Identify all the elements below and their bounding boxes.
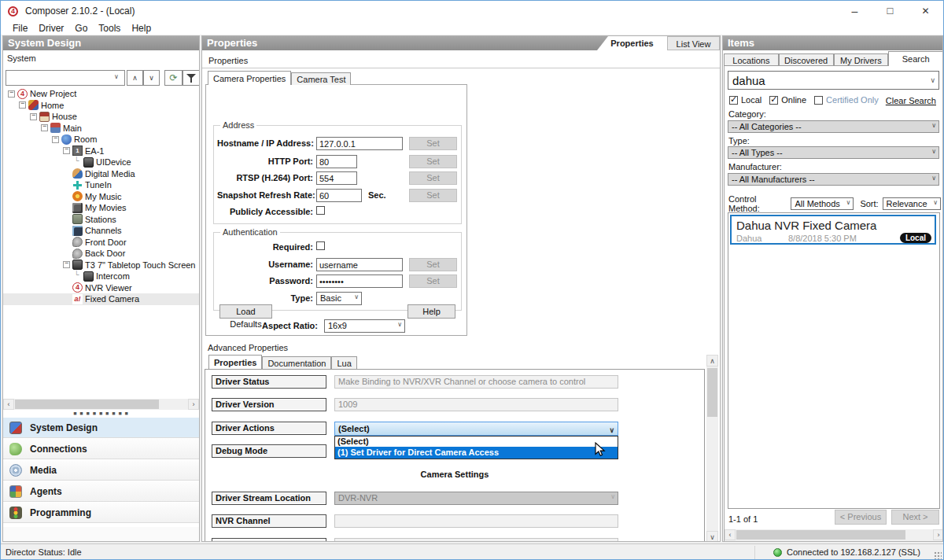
dropdown-option[interactable]: (1) Set Driver for Direct Camera Access — [335, 447, 618, 459]
auth-type-dropdown[interactable]: Basic — [316, 292, 362, 305]
tree-expander-icon[interactable] — [30, 113, 37, 120]
items-tab[interactable]: Search — [888, 51, 943, 66]
tree-item[interactable]: House — [3, 111, 199, 123]
view-tab[interactable]: Properties — [597, 36, 667, 50]
items-tab[interactable]: Locations — [724, 53, 779, 66]
tree-item[interactable]: Digital Media — [3, 168, 199, 180]
tree-expander-icon[interactable] — [74, 273, 81, 280]
items-tab[interactable]: Discovered — [779, 53, 834, 66]
scroll-up-icon[interactable]: ∧ — [706, 355, 718, 367]
tree-item[interactable]: Main — [3, 123, 199, 134]
scrollbar-thumb[interactable] — [736, 530, 905, 540]
tree-item[interactable]: Channels — [3, 225, 199, 237]
chevron-down-icon[interactable]: ∨ — [930, 76, 935, 84]
refresh-icon[interactable] — [164, 70, 183, 86]
advanced-tab[interactable]: Lua — [331, 356, 356, 369]
close-button[interactable] — [908, 1, 943, 21]
scroll-down-icon[interactable]: ∨ — [706, 531, 718, 542]
hostname-input[interactable] — [316, 137, 403, 150]
nav-button[interactable]: Connections — [3, 438, 199, 459]
next-button[interactable]: Next > — [891, 510, 939, 525]
scroll-right-icon[interactable]: › — [933, 529, 943, 540]
dropdown-option[interactable]: (Select) — [335, 437, 618, 447]
tree-expander-icon[interactable] — [19, 101, 26, 109]
camera-tab[interactable]: Camera Test — [291, 72, 351, 85]
nav-button[interactable]: Media — [3, 459, 199, 481]
set-rtsp-port-button[interactable]: Set — [409, 171, 457, 185]
minimize-button[interactable] — [837, 1, 872, 21]
set-username-button[interactable]: Set — [409, 258, 457, 271]
advanced-tab[interactable]: Properties — [208, 355, 262, 369]
manufacturer-dropdown[interactable]: -- All Manufacturers -- — [728, 173, 939, 186]
scrollbar-thumb[interactable] — [15, 400, 159, 409]
category-dropdown[interactable]: -- All Categories -- — [728, 120, 939, 133]
nav-button[interactable]: Programming — [3, 502, 199, 523]
scroll-right-icon[interactable]: › — [188, 399, 199, 410]
maximize-button[interactable] — [872, 1, 908, 21]
control-method-dropdown[interactable]: All Methods — [791, 197, 854, 210]
tree-expander-icon[interactable] — [8, 90, 15, 98]
tree-expander-icon[interactable] — [52, 136, 59, 143]
tree-item[interactable]: Intercom — [3, 271, 199, 282]
password-input[interactable] — [316, 274, 403, 288]
driver-actions-dropdown[interactable]: (Select) — [334, 422, 618, 436]
type-dropdown[interactable]: -- All Types -- — [728, 146, 939, 159]
advanced-tab[interactable]: Documentation — [262, 356, 331, 369]
set-hostname-button[interactable]: Set — [409, 137, 457, 150]
filter-checkbox[interactable]: Certified Only — [814, 95, 879, 105]
resize-grip[interactable] — [934, 551, 942, 559]
tree-item[interactable]: Stations — [3, 214, 199, 226]
tree-item[interactable]: Fixed Camera — [3, 293, 199, 305]
publicly-accessible-checkbox[interactable] — [316, 206, 325, 215]
system-filter-input[interactable] — [6, 70, 125, 86]
tree-expander-icon[interactable] — [41, 124, 48, 131]
tree-horizontal-scrollbar[interactable]: ‹ › — [3, 399, 199, 410]
tree-item[interactable]: Room — [3, 134, 199, 146]
filter-icon[interactable] — [183, 70, 200, 86]
tree-item[interactable]: My Music — [3, 191, 199, 203]
tree-item[interactable]: My Movies — [3, 202, 199, 214]
set-snapshot-rate-button[interactable]: Set — [409, 189, 457, 202]
clear-search-link[interactable]: Clear Search — [886, 96, 936, 105]
required-checkbox[interactable] — [316, 241, 325, 250]
sort-dropdown[interactable]: Relevance — [883, 197, 941, 210]
aspect-ratio-dropdown[interactable]: 16x9 — [324, 319, 405, 333]
tree-expander-icon[interactable] — [74, 159, 81, 166]
menu-item[interactable]: Go — [69, 23, 93, 34]
tree-item[interactable]: Front Door — [3, 237, 199, 249]
http-port-input[interactable] — [316, 155, 357, 168]
view-tab[interactable]: List View — [667, 36, 720, 50]
rtsp-port-input[interactable] — [316, 171, 357, 185]
menu-item[interactable]: Tools — [93, 23, 126, 34]
menu-item[interactable]: File — [7, 23, 33, 34]
previous-button[interactable]: < Previous — [835, 510, 887, 525]
checkbox-icon[interactable] — [814, 96, 823, 105]
filter-checkbox[interactable]: Local — [729, 95, 761, 105]
nav-button[interactable]: System Design — [3, 417, 199, 438]
checkbox-icon[interactable] — [729, 96, 738, 105]
tree-item[interactable]: New Project — [3, 88, 199, 100]
username-input[interactable] — [316, 258, 403, 271]
search-result-card[interactable]: Dahua NVR Fixed Camera Dahua 8/8/2018 5:… — [730, 215, 936, 245]
chevron-down-icon[interactable]: ∨ — [114, 73, 119, 80]
menu-item[interactable]: Help — [126, 23, 157, 34]
scroll-left-icon[interactable]: ‹ — [725, 529, 736, 540]
items-horizontal-scrollbar[interactable]: ‹ › — [725, 529, 943, 541]
tree-item[interactable]: EA-1 — [3, 146, 199, 157]
tree-item[interactable]: Home — [3, 100, 199, 112]
checkbox-icon[interactable] — [769, 96, 778, 105]
nav-button[interactable]: Agents — [3, 481, 199, 502]
tree-item[interactable]: NVR Viewer — [3, 282, 199, 294]
camera-tab[interactable]: Camera Properties — [208, 71, 291, 85]
advanced-vertical-scrollbar[interactable]: ∧ ∨ — [706, 355, 718, 542]
set-password-button[interactable]: Set — [409, 274, 457, 288]
tree-item[interactable]: Back Door — [3, 248, 199, 260]
tree-item[interactable]: TuneIn — [3, 179, 199, 191]
scroll-left-icon[interactable]: ‹ — [3, 399, 14, 410]
find-next-button[interactable]: ∨ — [143, 70, 160, 86]
items-tab[interactable]: My Drivers — [834, 53, 889, 66]
set-http-port-button[interactable]: Set — [409, 155, 457, 168]
menu-item[interactable]: Driver — [33, 23, 69, 34]
tree-expander-icon[interactable] — [63, 147, 70, 154]
scrollbar-thumb[interactable] — [707, 368, 717, 417]
